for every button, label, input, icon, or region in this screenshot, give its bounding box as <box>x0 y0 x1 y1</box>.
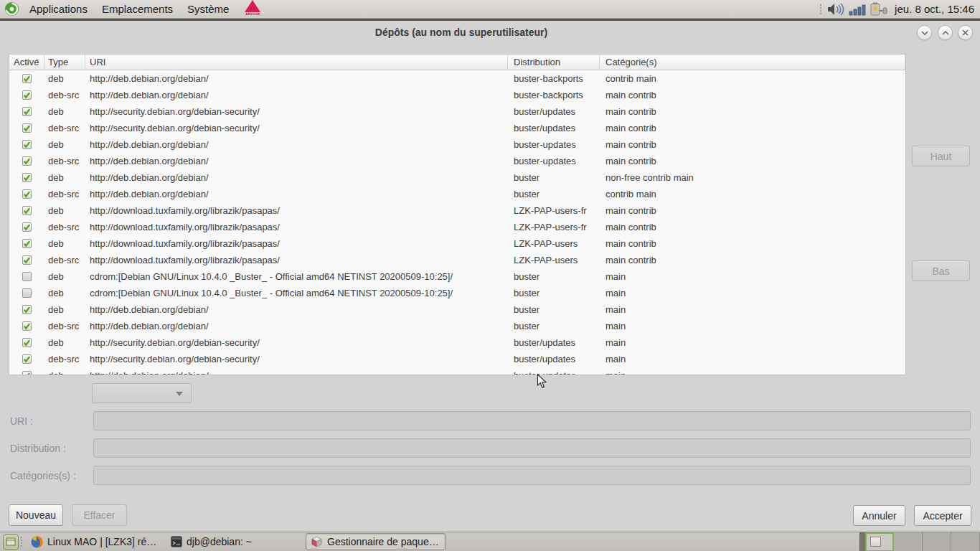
menu-emplacements[interactable]: Emplacements <box>95 0 180 19</box>
table-row[interactable]: deb-srchttp://deb.debian.org/debian/bust… <box>9 87 905 103</box>
workspace-2[interactable] <box>894 532 923 551</box>
row-uri: http://download.tuxfamily.org/librazik/p… <box>85 205 508 216</box>
table-row[interactable]: deb-srchttp://security.debian.org/debian… <box>9 351 905 367</box>
move-down-button[interactable]: Bas <box>912 260 970 281</box>
table-row[interactable]: debhttp://download.tuxfamily.org/librazi… <box>9 202 905 219</box>
check-icon <box>23 372 31 375</box>
row-enabled-checkbox[interactable] <box>22 354 32 364</box>
row-type: deb-src <box>44 156 85 166</box>
uri-field[interactable] <box>93 411 971 430</box>
menu-systeme[interactable]: Système <box>180 0 236 19</box>
row-enabled-checkbox[interactable] <box>22 107 32 116</box>
column-header-uri[interactable]: URI <box>85 55 508 70</box>
row-enabled-checkbox[interactable] <box>22 189 32 199</box>
table-row[interactable]: debhttp://download.tuxfamily.org/librazi… <box>9 235 905 252</box>
table-row[interactable]: debcdrom:[Debian GNU/Linux 10.4.0 _Buste… <box>9 285 905 301</box>
categories-field[interactable] <box>93 466 971 485</box>
column-header-active[interactable]: Activé <box>9 55 44 70</box>
network-signal-icon[interactable] <box>849 3 866 16</box>
ardour-launcher-icon[interactable]: ARDOUR <box>242 0 263 18</box>
uri-label: URI : <box>10 415 33 427</box>
task-label: Gestionnaire de paque… <box>327 536 439 547</box>
row-enabled-checkbox[interactable] <box>22 173 32 182</box>
row-enabled-checkbox[interactable] <box>22 156 32 166</box>
column-header-distribution[interactable]: Distribution <box>508 55 600 70</box>
row-type: deb-src <box>44 90 85 100</box>
workspace-1[interactable] <box>865 532 894 551</box>
table-row[interactable]: deb-srchttp://download.tuxfamily.org/lib… <box>9 252 905 268</box>
cancel-button[interactable]: Annuler <box>853 505 905 526</box>
check-icon <box>23 174 31 182</box>
synaptic-icon <box>311 536 323 548</box>
ardour-label: ARDOUR <box>245 12 260 16</box>
table-row[interactable]: debhttp://deb.debian.org/debian/busterno… <box>9 169 905 186</box>
menu-applications[interactable]: Applications <box>22 0 95 19</box>
move-up-button[interactable]: Haut <box>912 146 970 166</box>
workspace-4[interactable] <box>951 532 980 551</box>
row-enabled-checkbox[interactable] <box>22 74 32 83</box>
volume-icon[interactable] <box>826 3 845 16</box>
table-row[interactable]: deb-srchttp://download.tuxfamily.org/lib… <box>9 219 905 235</box>
row-uri: http://security.debian.org/debian-securi… <box>85 354 508 364</box>
row-categories: main contrib <box>600 156 905 166</box>
table-row[interactable]: deb-srchttp://deb.debian.org/debian/bust… <box>9 186 905 202</box>
table-row[interactable]: deb-srchttp://deb.debian.org/debian/bust… <box>9 318 905 334</box>
shade-button[interactable] <box>917 25 932 40</box>
table-row[interactable]: debhttp://security.debian.org/debian-sec… <box>9 334 905 351</box>
tray-handle[interactable] <box>820 4 821 14</box>
table-row[interactable]: debcdrom:[Debian GNU/Linux 10.4.0 _Buste… <box>9 268 905 285</box>
linuxmao-logo-icon[interactable] <box>4 1 20 17</box>
maximize-button[interactable] <box>938 25 953 40</box>
row-enabled-checkbox[interactable] <box>22 321 32 331</box>
row-uri: http://download.tuxfamily.org/librazik/p… <box>85 222 508 232</box>
workspace-switcher-handle[interactable] <box>859 532 865 551</box>
row-enabled-checkbox[interactable] <box>22 123 32 133</box>
row-categories: main <box>600 271 905 282</box>
row-categories: contrib main <box>600 189 905 199</box>
column-header-categories[interactable]: Catégorie(s) <box>600 55 905 70</box>
accept-button[interactable]: Accepter <box>914 505 971 526</box>
show-desktop-button[interactable] <box>3 534 19 550</box>
table-row[interactable]: debhttp://deb.debian.org/debian/buster-b… <box>9 70 905 87</box>
check-icon <box>23 190 31 198</box>
clock[interactable]: jeu. 8 oct., 15:46 <box>895 3 974 15</box>
row-distribution: buster-updates <box>508 139 600 150</box>
type-combobox[interactable] <box>92 383 192 403</box>
table-row[interactable]: deb-srchttp://security.debian.org/debian… <box>9 120 905 136</box>
row-enabled-checkbox[interactable] <box>22 90 32 100</box>
table-row[interactable]: debhttp://deb.debian.org/debian/buster-u… <box>9 367 905 375</box>
row-distribution: buster <box>508 321 600 331</box>
battery-power-icon[interactable] <box>870 2 888 17</box>
new-button[interactable]: Nouveau <box>9 504 63 526</box>
row-distribution: buster/updates <box>508 106 600 117</box>
table-row[interactable]: debhttp://deb.debian.org/debian/buster-u… <box>9 136 905 153</box>
row-uri: http://deb.debian.org/debian/ <box>85 172 508 183</box>
distribution-field[interactable] <box>93 438 971 458</box>
row-enabled-checkbox[interactable] <box>22 222 32 232</box>
row-enabled-checkbox[interactable] <box>22 371 32 375</box>
row-categories: main contrib <box>600 90 905 100</box>
task-synaptic[interactable]: Gestionnaire de paque… <box>306 533 446 550</box>
row-enabled-checkbox[interactable] <box>22 272 32 281</box>
row-type: deb <box>44 304 85 315</box>
delete-button[interactable]: Effacer <box>72 504 127 526</box>
row-enabled-checkbox[interactable] <box>22 239 32 248</box>
task-firefox[interactable]: Linux MAO | [LZK3] ré… <box>26 533 166 550</box>
mouse-cursor <box>537 374 547 389</box>
check-icon <box>23 91 31 99</box>
table-row[interactable]: debhttp://security.debian.org/debian-sec… <box>9 103 905 120</box>
row-enabled-checkbox[interactable] <box>22 206 32 215</box>
row-enabled-checkbox[interactable] <box>22 305 32 314</box>
close-button[interactable] <box>958 25 973 40</box>
tasklist-handle[interactable] <box>21 537 22 547</box>
column-header-type[interactable]: Type <box>44 55 85 70</box>
task-terminal[interactable]: djb@debian: ~ <box>166 533 306 550</box>
table-row[interactable]: deb-srchttp://deb.debian.org/debian/bust… <box>9 153 905 169</box>
row-enabled-checkbox[interactable] <box>22 338 32 347</box>
workspace-3[interactable] <box>923 532 951 551</box>
table-row[interactable]: debhttp://deb.debian.org/debian/busterma… <box>9 301 905 318</box>
row-enabled-checkbox[interactable] <box>22 255 32 265</box>
row-enabled-checkbox[interactable] <box>22 140 32 149</box>
repo-table-body: debhttp://deb.debian.org/debian/buster-b… <box>9 70 905 375</box>
row-enabled-checkbox[interactable] <box>22 288 32 298</box>
